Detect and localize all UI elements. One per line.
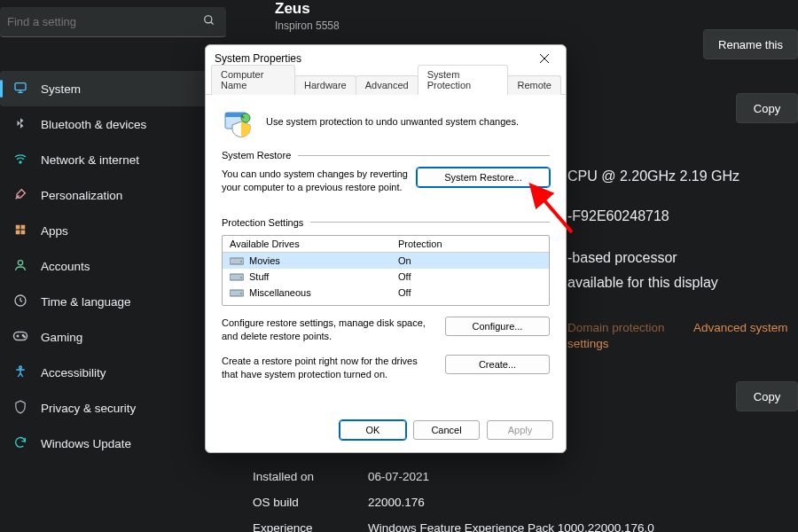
deviceid-value-frag: -F92E60248718 bbox=[567, 208, 669, 224]
device-name: Zeus bbox=[275, 0, 340, 18]
divider bbox=[310, 222, 550, 223]
spec-row: Experience Windows Feature Experience Pa… bbox=[253, 521, 654, 532]
update-icon bbox=[12, 435, 28, 452]
drive-protection: Off bbox=[398, 287, 542, 298]
table-row[interactable]: Miscellaneous Off bbox=[223, 285, 549, 301]
sidebar-item-apps[interactable]: Apps bbox=[0, 213, 226, 248]
device-model: Inspiron 5558 bbox=[275, 20, 340, 32]
tab-system-protection[interactable]: System Protection bbox=[418, 65, 509, 95]
dialog-tabs: Computer Name Hardware Advanced System P… bbox=[206, 72, 566, 95]
svg-point-15 bbox=[20, 366, 22, 369]
system-restore-button[interactable]: System Restore... bbox=[417, 168, 550, 187]
table-header: Available Drives Protection bbox=[223, 236, 549, 253]
apply-button[interactable]: Apply bbox=[487, 420, 553, 440]
drive-icon bbox=[230, 255, 244, 266]
svg-point-0 bbox=[205, 16, 212, 23]
svg-point-20 bbox=[241, 113, 250, 122]
wifi-icon bbox=[12, 152, 28, 168]
sidebar-item-label: Privacy & security bbox=[41, 402, 136, 415]
sidebar-item-time[interactable]: Time & language bbox=[0, 284, 226, 319]
sidebar-item-label: Personalization bbox=[41, 189, 122, 202]
spec-label: OS build bbox=[253, 496, 368, 509]
svg-point-14 bbox=[24, 336, 26, 338]
svg-point-26 bbox=[240, 293, 242, 294]
spec-row: OS build 22000.176 bbox=[253, 496, 654, 509]
intro-text: Use system protection to undo unwanted s… bbox=[266, 116, 519, 127]
rename-pc-button[interactable]: Rename this bbox=[703, 29, 798, 59]
dialog-footer: OK Cancel Apply bbox=[206, 411, 566, 452]
touch-value-frag: available for this display bbox=[567, 275, 718, 291]
apps-icon bbox=[12, 223, 28, 239]
drives-table[interactable]: Available Drives Protection Movies On St… bbox=[222, 235, 550, 306]
sidebar-item-label: Bluetooth & devices bbox=[41, 118, 146, 131]
section-legend: Protection Settings bbox=[222, 217, 303, 228]
drive-icon bbox=[230, 287, 244, 298]
section-legend: System Restore bbox=[222, 150, 291, 160]
svg-point-10 bbox=[18, 260, 22, 264]
sidebar-item-system[interactable]: System bbox=[0, 71, 226, 106]
sidebar-item-label: Gaming bbox=[41, 331, 82, 344]
svg-point-22 bbox=[240, 261, 242, 262]
svg-rect-6 bbox=[16, 224, 20, 229]
spec-value: 06-07-2021 bbox=[368, 470, 429, 483]
tab-hardware[interactable]: Hardware bbox=[294, 75, 356, 95]
svg-point-5 bbox=[20, 161, 21, 163]
sidebar-item-label: Accounts bbox=[41, 260, 90, 273]
svg-rect-2 bbox=[15, 82, 26, 90]
sidebar-item-accounts[interactable]: Accounts bbox=[0, 248, 226, 284]
svg-rect-8 bbox=[16, 230, 20, 234]
create-button[interactable]: Create... bbox=[445, 355, 550, 374]
drive-protection: On bbox=[398, 255, 542, 266]
tab-advanced[interactable]: Advanced bbox=[356, 75, 419, 95]
table-row[interactable]: Movies On bbox=[223, 253, 549, 269]
search-icon bbox=[203, 14, 215, 29]
sidebar-item-bluetooth[interactable]: Bluetooth & devices bbox=[0, 106, 226, 142]
sidebar-item-accessibility[interactable]: Accessibility bbox=[0, 355, 226, 390]
sidebar-item-label: Network & internet bbox=[41, 153, 139, 167]
divider bbox=[298, 155, 550, 156]
brush-icon bbox=[12, 187, 28, 204]
sidebar-item-network[interactable]: Network & internet bbox=[0, 142, 226, 177]
dialog-title: System Properties bbox=[215, 52, 532, 65]
sidebar-item-label: Apps bbox=[41, 224, 68, 238]
sidebar-item-privacy[interactable]: Privacy & security bbox=[0, 390, 226, 426]
search-input[interactable] bbox=[0, 7, 226, 37]
tab-remote[interactable]: Remote bbox=[507, 75, 561, 95]
tab-computer-name[interactable]: Computer Name bbox=[211, 65, 295, 95]
col-available-drives: Available Drives bbox=[230, 239, 398, 249]
settings-topbar: Zeus Inspiron 5558 bbox=[0, 0, 798, 44]
copy-specs-button-2[interactable]: Copy bbox=[736, 381, 798, 411]
cancel-button[interactable]: Cancel bbox=[413, 420, 480, 440]
spec-label: Installed on bbox=[253, 470, 368, 483]
sidebar-item-label: Accessibility bbox=[41, 366, 106, 379]
create-text: Create a restore point right now for the… bbox=[222, 355, 436, 381]
system-icon bbox=[12, 81, 28, 98]
dialog-body: Use system protection to undo unwanted s… bbox=[206, 95, 566, 411]
close-icon[interactable] bbox=[532, 50, 557, 67]
link-protection[interactable]: Domain protection bbox=[567, 321, 665, 334]
configure-button[interactable]: Configure... bbox=[445, 317, 550, 336]
spec-label: Experience bbox=[253, 521, 368, 532]
svg-rect-7 bbox=[21, 224, 26, 229]
restore-text: You can undo system changes by reverting… bbox=[222, 168, 408, 194]
drive-name: Miscellaneous bbox=[249, 287, 311, 298]
table-row[interactable]: Stuff Off bbox=[223, 269, 549, 285]
ok-button[interactable]: OK bbox=[340, 420, 406, 440]
drive-name: Stuff bbox=[249, 271, 269, 282]
related-links: Domain protection Advanced system settin… bbox=[567, 319, 798, 351]
svg-line-1 bbox=[211, 22, 214, 25]
sidebar-item-gaming[interactable]: Gaming bbox=[0, 319, 226, 355]
svg-point-24 bbox=[240, 277, 242, 278]
shield-icon bbox=[12, 400, 28, 417]
arch-value-frag: -based processor bbox=[567, 250, 677, 266]
sidebar-item-personalization[interactable]: Personalization bbox=[0, 177, 226, 213]
spec-row: Installed on 06-07-2021 bbox=[253, 470, 654, 483]
drive-protection: Off bbox=[398, 271, 542, 282]
system-properties-dialog: System Properties Computer Name Hardware… bbox=[205, 44, 567, 453]
protection-settings-section: Protection Settings Available Drives Pro… bbox=[222, 217, 550, 381]
sidebar-item-update[interactable]: Windows Update bbox=[0, 426, 226, 461]
svg-rect-9 bbox=[21, 230, 26, 234]
spec-value: Windows Feature Experience Pack 1000.220… bbox=[368, 521, 654, 532]
copy-specs-button[interactable]: Copy bbox=[736, 93, 798, 123]
sidebar: System Bluetooth & devices Network & int… bbox=[0, 44, 226, 532]
